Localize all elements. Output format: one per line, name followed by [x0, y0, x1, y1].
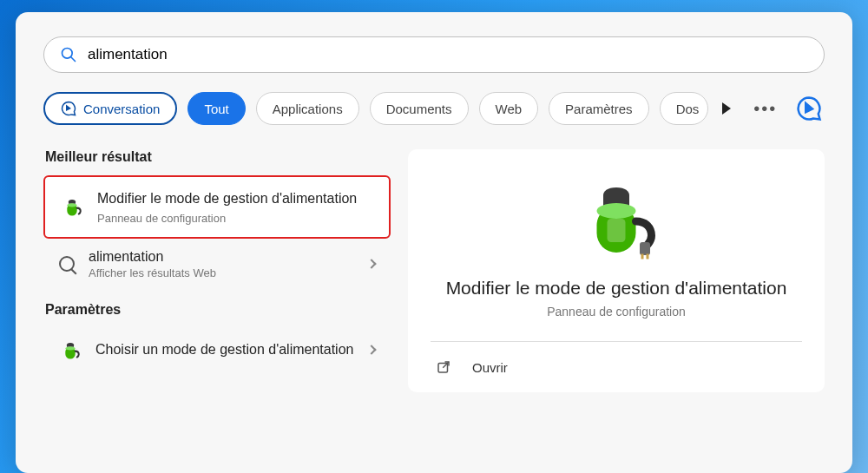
- bing-button[interactable]: [793, 93, 825, 124]
- bing-icon: [796, 95, 822, 122]
- filter-all[interactable]: Tout: [187, 92, 245, 125]
- search-panel: Conversation Tout Applications Documents…: [16, 12, 852, 473]
- search-box[interactable]: [43, 36, 825, 73]
- web-result-subtitle: Afficher les résultats Web: [89, 266, 354, 279]
- filter-conversation[interactable]: Conversation: [43, 92, 177, 125]
- web-result-row[interactable]: alimentation Afficher les résultats Web: [43, 239, 391, 290]
- svg-point-5: [65, 346, 75, 350]
- open-action[interactable]: Ouvrir: [431, 342, 802, 392]
- preview-subtitle: Panneau de configuration: [431, 305, 802, 319]
- svg-point-3: [67, 204, 76, 207]
- bing-chat-icon: [61, 101, 76, 116]
- results-column: Meilleur résultat Modifier le mode de ge…: [43, 149, 391, 392]
- best-result-text: Modifier le mode de gestion d'alimentati…: [97, 189, 373, 225]
- preview-pane: Modifier le mode de gestion d'alimentati…: [408, 149, 825, 392]
- scroll-right-icon[interactable]: [722, 102, 731, 115]
- chevron-right-icon: [366, 345, 376, 354]
- filter-documents[interactable]: Documents: [370, 92, 469, 125]
- battery-icon: [59, 338, 82, 361]
- svg-rect-8: [608, 219, 626, 242]
- preview-title: Modifier le mode de gestion d'alimentati…: [431, 276, 802, 299]
- search-result-icon: [59, 256, 75, 272]
- settings-header: Paramètres: [45, 302, 391, 318]
- search-input[interactable]: [88, 46, 808, 63]
- filter-settings[interactable]: Paramètres: [549, 92, 649, 125]
- filter-apps[interactable]: Applications: [256, 92, 359, 125]
- settings-result-title: Choisir un mode de gestion d'alimentatio…: [95, 342, 354, 358]
- filter-row: Conversation Tout Applications Documents…: [43, 92, 825, 125]
- svg-point-7: [597, 203, 636, 219]
- battery-icon: [61, 195, 83, 218]
- svg-rect-11: [647, 254, 649, 259]
- web-result-title: alimentation: [89, 249, 354, 265]
- svg-rect-9: [640, 242, 650, 255]
- best-result-subtitle: Panneau de configuration: [97, 212, 373, 225]
- filter-conversation-label: Conversation: [83, 102, 160, 116]
- more-menu-icon[interactable]: •••: [753, 99, 777, 119]
- settings-result-row[interactable]: Choisir un mode de gestion d'alimentatio…: [43, 328, 391, 371]
- svg-rect-10: [641, 254, 644, 259]
- best-result-header: Meilleur résultat: [45, 149, 391, 165]
- filter-web[interactable]: Web: [479, 92, 539, 125]
- open-label: Ouvrir: [472, 360, 508, 375]
- search-icon: [60, 46, 77, 63]
- best-result-title: Modifier le mode de gestion d'alimentati…: [97, 189, 373, 208]
- filter-folders-truncated[interactable]: Dos: [660, 92, 709, 125]
- battery-large-icon: [575, 177, 658, 260]
- svg-line-1: [71, 57, 76, 62]
- open-external-icon: [436, 359, 451, 375]
- chevron-right-icon: [366, 259, 376, 268]
- best-result-card[interactable]: Modifier le mode de gestion d'alimentati…: [43, 175, 391, 239]
